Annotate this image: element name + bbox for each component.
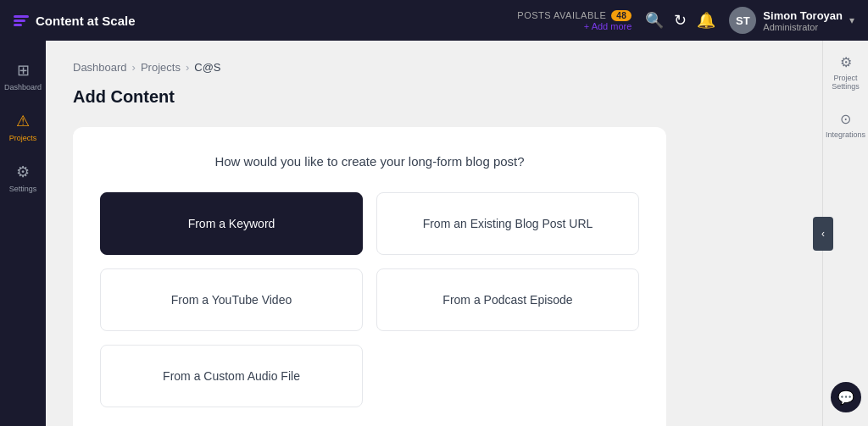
posts-available-label: POSTS AVAILABLE 48: [517, 10, 632, 21]
brand-icon: [14, 15, 29, 26]
user-section[interactable]: ST Simon Toroyan Administrator ▾: [729, 7, 854, 34]
collapse-button[interactable]: ‹: [813, 217, 833, 251]
dashboard-icon: ⊞: [17, 61, 30, 80]
breadcrumb-sep-1: ›: [132, 61, 136, 74]
add-content-card: How would you like to create your long-f…: [73, 127, 666, 426]
bell-icon[interactable]: 🔔: [697, 11, 715, 30]
chat-icon: 💬: [837, 390, 854, 406]
option-blog-url[interactable]: From an Existing Blog Post URL: [376, 192, 639, 255]
posts-label-text: POSTS AVAILABLE: [517, 10, 606, 20]
add-more-link[interactable]: + Add more: [584, 21, 632, 31]
right-sidebar-label-project-settings: Project Settings: [823, 74, 868, 91]
user-role: Administrator: [763, 22, 843, 32]
option-podcast[interactable]: From a Podcast Episode: [376, 268, 639, 331]
sidebar-label-projects: Projects: [9, 134, 37, 142]
breadcrumb-projects[interactable]: Projects: [141, 61, 181, 74]
nav-icons: 🔍 ↻ 🔔: [645, 11, 715, 30]
breadcrumb-dashboard[interactable]: Dashboard: [73, 61, 127, 74]
avatar: ST: [729, 7, 756, 34]
option-youtube[interactable]: From a YouTube Video: [100, 268, 363, 331]
search-icon[interactable]: 🔍: [645, 11, 664, 30]
left-sidebar: ⊞ Dashboard ⚠ Projects ⚙ Settings: [0, 41, 46, 426]
nav-right: POSTS AVAILABLE 48 + Add more 🔍 ↻ 🔔 ST S…: [517, 7, 854, 34]
brand: Content at Scale: [14, 14, 136, 28]
chevron-down-icon: ▾: [849, 14, 854, 26]
breadcrumb-sep-2: ›: [186, 61, 189, 74]
right-sidebar-item-project-settings[interactable]: ⚙ Project Settings: [823, 54, 868, 91]
user-info: Simon Toroyan Administrator: [763, 9, 843, 32]
refresh-icon[interactable]: ↻: [674, 11, 687, 30]
content-area: Dashboard › Projects › C@S Add Content H…: [46, 41, 822, 426]
posts-available: POSTS AVAILABLE 48 + Add more: [517, 10, 632, 31]
integrations-icon: ⊙: [840, 111, 851, 127]
projects-icon: ⚠: [16, 112, 30, 130]
card-question: How would you like to create your long-f…: [100, 154, 639, 169]
sidebar-item-dashboard[interactable]: ⊞ Dashboard: [3, 54, 43, 98]
option-audio[interactable]: From a Custom Audio File: [100, 345, 363, 407]
main-layout: ⊞ Dashboard ⚠ Projects ⚙ Settings Dashbo…: [0, 41, 868, 426]
right-sidebar: ‹ ⚙ Project Settings ⊙ Integrations 💬: [822, 41, 868, 426]
breadcrumb-current: C@S: [194, 61, 220, 74]
posts-badge: 48: [611, 10, 632, 21]
right-sidebar-item-integrations[interactable]: ⊙ Integrations: [826, 111, 865, 139]
options-grid: From a Keyword From an Existing Blog Pos…: [100, 192, 639, 407]
right-sidebar-label-integrations: Integrations: [826, 130, 865, 139]
settings-icon: ⚙: [16, 163, 30, 181]
brand-name: Content at Scale: [36, 14, 136, 28]
chat-bubble-button[interactable]: 💬: [831, 382, 861, 412]
sidebar-item-projects[interactable]: ⚠ Projects: [3, 105, 43, 149]
user-name: Simon Toroyan: [763, 9, 843, 22]
sidebar-label-dashboard: Dashboard: [4, 83, 42, 91]
option-keyword[interactable]: From a Keyword: [100, 192, 363, 255]
top-nav: Content at Scale POSTS AVAILABLE 48 + Ad…: [0, 0, 868, 41]
sidebar-item-settings[interactable]: ⚙ Settings: [3, 156, 43, 200]
page-title: Add Content: [73, 87, 795, 107]
sidebar-label-settings: Settings: [9, 185, 37, 193]
breadcrumb: Dashboard › Projects › C@S: [73, 61, 795, 74]
project-settings-icon: ⚙: [840, 54, 852, 70]
